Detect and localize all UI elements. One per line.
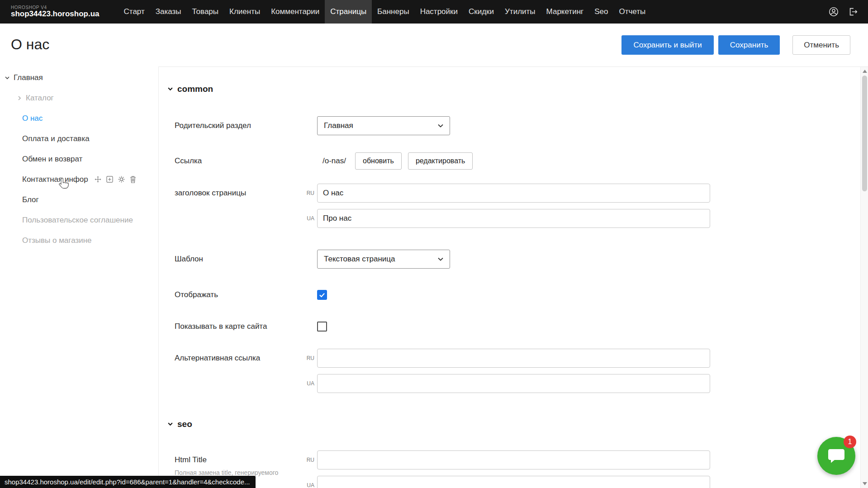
nav-item-utilities[interactable]: Утилиты [499,0,541,24]
sitemap-label: Показывать в карте сайта [175,322,267,331]
link-edit-button[interactable]: редактировать [408,152,473,170]
sidebar-item-about[interactable]: О нас [0,108,158,128]
sidebar-item-exchange-return[interactable]: Обмен и возврат [0,149,158,169]
link-row: /o-nas/ обновить редактировать [323,152,473,170]
sidebar-item-label: Главная [14,73,43,82]
scrollbar-thumb[interactable] [862,76,867,191]
nav-item-seo[interactable]: Seo [589,0,613,24]
chat-bubble-icon [827,447,845,464]
chevron-right-icon[interactable] [17,95,22,101]
sidebar-item-label: Каталог [26,94,54,103]
gear-icon[interactable] [118,176,125,183]
link-path-value: /o-nas/ [323,156,346,166]
top-navbar: HOROSHOP V4 shop34423.horoshop.ua Старт … [0,0,868,24]
add-icon[interactable] [106,176,113,183]
lang-ua-chip: UA [299,380,314,387]
section-title: seo [177,419,192,429]
page-heading-label: заголовок страницы [175,189,246,198]
logout-icon[interactable] [848,7,858,17]
sitemap-checkbox[interactable] [317,322,327,332]
section-seo[interactable]: seo [167,419,192,429]
sidebar-item-contact-info[interactable]: Контактная инфор [0,169,158,190]
sidebar-item-label: О нас [22,114,43,123]
sidebar-item-label: Контактная инфор [22,175,88,184]
template-select[interactable]: Текстовая страница [317,250,450,269]
link-label: Ссылка [175,156,202,166]
nav-item-discounts[interactable]: Скидки [463,0,499,24]
sidebar-item-catalog[interactable]: Каталог [0,88,158,108]
sidebar-item-home[interactable]: Главная [0,67,158,88]
save-and-exit-button[interactable]: Сохранить и выйти [621,35,713,55]
sidebar-item-label: Блог [22,195,39,204]
sidebar-item-blog[interactable]: Блог [0,190,158,210]
chat-unread-badge: 1 [844,436,856,448]
section-common[interactable]: common [167,84,213,94]
lang-ua-chip: UA [299,482,314,488]
sidebar-item-payment-delivery[interactable]: Оплата и доставка [0,128,158,149]
nav-item-banners[interactable]: Баннеры [372,0,415,24]
html-title-label: Html Title [175,455,207,464]
chevron-down-icon [167,84,173,94]
html-title-ru-input[interactable] [317,450,710,469]
lang-ru-chip: RU [299,355,314,361]
checkmark-icon [318,291,326,298]
pages-tree-sidebar: Главная Каталог О нас Оплата и доставка … [0,66,159,488]
chevron-down-icon[interactable] [5,75,10,81]
page-title: О нас [11,36,49,53]
alt-link-ua-input[interactable] [317,374,710,393]
scroll-up-icon[interactable] [863,70,867,73]
app-logo[interactable]: HOROSHOP V4 shop34423.horoshop.ua [11,5,100,19]
nav-item-orders[interactable]: Заказы [150,0,187,24]
save-button[interactable]: Сохранить [718,35,780,55]
lang-ru-chip: RU [299,457,314,463]
page-heading-ua-input[interactable] [317,209,710,228]
sidebar-item-store-reviews[interactable]: Отзывы о магазине [0,230,158,251]
sidebar-item-label: Отзывы о магазине [22,236,92,245]
logo-domain-label: shop34423.horoshop.ua [11,10,100,19]
link-update-button[interactable]: обновить [355,152,402,170]
lang-ua-chip: UA [299,215,314,222]
vertical-scrollbar[interactable] [860,67,868,488]
parent-section-label: Родительский раздел [175,121,251,130]
nav-item-reports[interactable]: Отчеты [613,0,651,24]
page-edit-form: common Родительский раздел Главная Ссылк… [159,66,868,488]
display-checkbox[interactable] [317,290,327,300]
nav-item-comments[interactable]: Комментарии [266,0,325,24]
section-title: common [177,84,213,94]
link-preview-statusbar: shop34423.horoshop.ua/edit/edit.php?id=6… [0,476,256,488]
page-header: О нас Сохранить и выйти Сохранить Отмени… [0,24,868,66]
alt-link-label: Альтернативная ссылка [175,354,260,363]
html-title-ua-input[interactable] [317,476,710,488]
chevron-down-icon [167,419,173,429]
lang-ru-chip: RU [299,190,314,196]
chevron-down-icon [438,124,443,128]
sidebar-item-label: Оплата и доставка [22,134,90,143]
nav-item-pages[interactable]: Страницы [325,0,372,24]
nav-item-start[interactable]: Старт [119,0,150,24]
html-title-hint: Полная замена title, генерируемого [175,469,278,476]
template-label: Шаблон [175,255,203,264]
selected-value: Текстовая страница [324,255,395,264]
chevron-down-icon [438,257,443,261]
sidebar-item-label: Обмен и возврат [22,155,82,164]
nav-item-marketing[interactable]: Маркетинг [541,0,589,24]
header-buttons: Сохранить и выйти Сохранить Отменить [621,35,850,55]
selected-value: Главная [324,121,353,130]
move-icon[interactable] [95,176,101,183]
parent-section-select[interactable]: Главная [317,116,450,135]
display-label: Отображать [175,290,218,299]
sidebar-item-user-agreement[interactable]: Пользовательское соглашение [0,210,158,230]
chat-widget-button[interactable]: 1 [817,437,855,475]
nav-item-products[interactable]: Товары [187,0,224,24]
nav-item-settings[interactable]: Настройки [415,0,463,24]
sidebar-item-label: Пользовательское соглашение [22,216,133,225]
tree-item-actions [95,176,136,183]
page-heading-ru-input[interactable] [317,184,710,203]
main-menu: Старт Заказы Товары Клиенты Комментарии … [119,0,651,24]
nav-item-clients[interactable]: Клиенты [224,0,266,24]
alt-link-ru-input[interactable] [317,349,710,368]
scroll-down-icon[interactable] [863,482,867,485]
user-account-icon[interactable] [828,6,839,17]
cancel-button[interactable]: Отменить [792,35,850,55]
trash-icon[interactable] [130,176,136,183]
